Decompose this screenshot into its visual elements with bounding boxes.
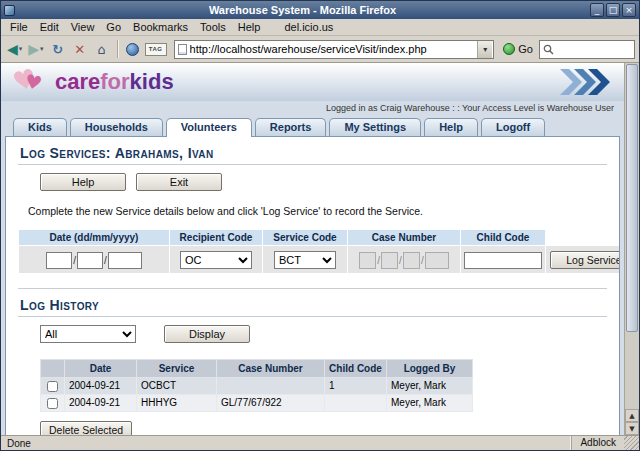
logo-text: careforkids xyxy=(55,69,174,95)
toolbar-separator xyxy=(117,40,119,58)
date-cell: // xyxy=(19,246,169,273)
select-cell xyxy=(41,394,65,411)
go-button[interactable]: Go xyxy=(499,41,537,57)
col-logged-by: Logged By xyxy=(387,360,473,378)
history-filter-row: All Display xyxy=(40,325,607,343)
back-dropdown-icon: ▾ xyxy=(19,45,23,53)
resize-grip[interactable] xyxy=(624,436,639,450)
child-code-cell: 1 xyxy=(325,378,387,395)
page-title: Log Services: Abrahams, Ivan xyxy=(20,145,607,161)
url-bar[interactable]: ▾ xyxy=(174,40,495,59)
child-code-input[interactable] xyxy=(464,252,542,269)
select-cell xyxy=(41,378,65,395)
menu-help[interactable]: Help xyxy=(232,20,267,34)
reload-button[interactable]: ↻ xyxy=(48,42,68,57)
menubar: File Edit View Go Bookmarks Tools Help d… xyxy=(1,19,639,36)
url-input[interactable] xyxy=(190,42,478,57)
help-button[interactable]: Help xyxy=(40,173,126,191)
home-button[interactable]: ⌂ xyxy=(92,42,112,57)
col-date: Date (dd/mm/yyyy) xyxy=(19,230,169,245)
scrollbar-track[interactable] xyxy=(625,333,639,409)
home-icon: ⌂ xyxy=(97,42,105,57)
log-service-button[interactable]: Log Service xyxy=(550,251,620,269)
scroll-down-button[interactable]: ▼ xyxy=(625,422,639,435)
col-service-code: Service Code xyxy=(263,230,347,245)
section-divider xyxy=(18,288,607,289)
site-header: ♥ ♥ careforkids xyxy=(1,63,624,101)
go-label: Go xyxy=(518,43,533,55)
close-button[interactable]: × xyxy=(622,3,636,17)
menu-bookmarks[interactable]: Bookmarks xyxy=(127,20,194,34)
date-month-input[interactable] xyxy=(77,252,103,269)
menu-file[interactable]: File xyxy=(4,20,34,34)
back-button[interactable]: ◀ ▾ xyxy=(5,40,24,58)
col-case-number: Case Number xyxy=(348,230,460,245)
case-number-cell xyxy=(217,378,325,395)
instructions-text: Complete the new Service details below a… xyxy=(28,205,607,217)
browser-viewport: ♥ ♥ careforkids Logged in as Craig Wareh… xyxy=(1,63,639,435)
url-dropdown-icon[interactable]: ▾ xyxy=(477,41,492,58)
forward-icon: ▶ xyxy=(28,41,39,57)
col-blank xyxy=(546,230,620,245)
delicious-globe-icon[interactable] xyxy=(126,43,139,56)
site-tabs: Kids Households Volunteers Reports My Se… xyxy=(1,115,624,136)
divider xyxy=(18,316,607,317)
date-day-input[interactable] xyxy=(46,252,72,269)
case-part3-input xyxy=(403,252,420,269)
service-cell: OCBCT xyxy=(137,378,217,395)
row-checkbox[interactable] xyxy=(47,381,58,392)
login-info: Logged in as Craig Warehouse : : Your Ac… xyxy=(1,101,624,115)
go-icon xyxy=(503,43,515,55)
tab-kids[interactable]: Kids xyxy=(13,118,67,136)
stop-button[interactable]: ✕ xyxy=(70,42,90,57)
careforkids-logo: ♥ ♥ careforkids xyxy=(13,67,174,97)
col-select xyxy=(41,360,65,378)
status-text: Done xyxy=(1,438,571,449)
service-form-table: Date (dd/mm/yyyy) Recipient Code Service… xyxy=(18,229,620,274)
web-page: ♥ ♥ careforkids Logged in as Craig Wareh… xyxy=(1,63,624,435)
case-part1-input xyxy=(359,252,376,269)
service-cell: BCT xyxy=(263,246,347,273)
hearts-logo-icon: ♥ ♥ xyxy=(13,67,47,97)
search-box[interactable] xyxy=(539,40,635,59)
menu-tools[interactable]: Tools xyxy=(194,20,232,34)
delete-selected-button[interactable]: Delete Selected xyxy=(40,421,132,435)
service-cell: HHHYG xyxy=(137,394,217,411)
tab-logoff[interactable]: Logoff xyxy=(481,118,545,136)
menu-view[interactable]: View xyxy=(65,20,101,34)
adblock-status[interactable]: Adblock xyxy=(571,436,624,450)
tab-volunteers[interactable]: Volunteers xyxy=(166,118,252,137)
maximize-button[interactable]: □ xyxy=(606,3,620,17)
tag-button[interactable]: TAG xyxy=(145,43,167,56)
tab-households[interactable]: Households xyxy=(70,118,163,136)
search-icon xyxy=(543,44,554,55)
row-checkbox[interactable] xyxy=(47,398,58,409)
divider xyxy=(18,164,607,165)
stop-icon: ✕ xyxy=(74,42,85,57)
minimize-button[interactable]: _ xyxy=(590,3,604,17)
tab-help[interactable]: Help xyxy=(424,118,478,136)
titlebar[interactable]: Warehouse System - Mozilla Firefox _ □ × xyxy=(1,1,639,19)
service-select[interactable]: BCT xyxy=(274,251,336,269)
page-content: Log Services: Abrahams, Ivan Help Exit C… xyxy=(5,136,620,435)
col-date: Date xyxy=(65,360,137,378)
scroll-up-button[interactable]: ▲ xyxy=(625,409,639,422)
scrollbar-thumb[interactable] xyxy=(626,64,638,332)
search-input[interactable] xyxy=(556,43,631,55)
tab-reports[interactable]: Reports xyxy=(255,118,327,136)
display-button[interactable]: Display xyxy=(164,325,250,343)
menu-edit[interactable]: Edit xyxy=(34,20,65,34)
browser-window: Warehouse System - Mozilla Firefox _ □ ×… xyxy=(0,0,640,451)
back-icon: ◀ xyxy=(7,41,18,57)
history-filter-select[interactable]: All xyxy=(40,325,136,343)
vertical-scrollbar[interactable]: ▲ ▼ xyxy=(624,63,639,435)
date-year-input[interactable] xyxy=(108,252,142,269)
menu-go[interactable]: Go xyxy=(100,20,127,34)
forward-button[interactable]: ▶ ▾ xyxy=(26,40,45,58)
exit-button[interactable]: Exit xyxy=(136,173,222,191)
menu-delicious[interactable]: del.icio.us xyxy=(278,20,339,34)
recipient-select[interactable]: OC xyxy=(180,251,252,269)
tab-my-settings[interactable]: My Settings xyxy=(329,118,421,136)
navigation-toolbar: ◀ ▾ ▶ ▾ ↻ ✕ ⌂ TAG ▾ Go xyxy=(1,36,639,63)
reload-icon: ↻ xyxy=(52,42,63,57)
